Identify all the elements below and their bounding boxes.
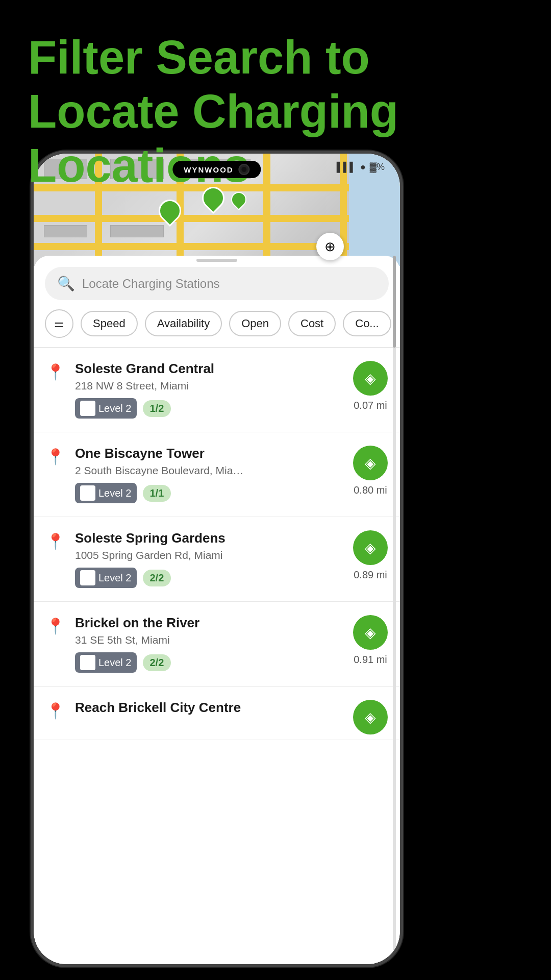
station-info: Brickel on the River 31 SE 5th St, Miami… (70, 615, 353, 673)
directions-button[interactable]: ◈ (353, 446, 388, 480)
station-address: 1005 Spring Garden Rd, Miami (75, 549, 353, 561)
level-text: Level 2 (98, 487, 132, 499)
svg-text:L2: L2 (83, 491, 89, 496)
map-pin-2 (202, 187, 224, 213)
station-info: Soleste Spring Gardens 1005 Spring Garde… (70, 530, 353, 588)
phone-screen: ▌▌▌ ● ▓% WYNWOOD ⊕ (34, 154, 400, 964)
location-pin-icon: 📍 (46, 617, 65, 635)
directions-icon: ◈ (365, 540, 376, 556)
content-panel: 🔍 Locate Charging Stations ⚌ Speed Avail… (34, 256, 400, 964)
station-info: Reach Brickell City Centre (70, 700, 353, 719)
station-item[interactable]: 📍 Soleste Grand Central 218 NW 8 Street,… (34, 348, 400, 432)
station-meta: L2 Level 2 1/1 (75, 483, 353, 503)
location-pin-icon: 📍 (46, 532, 65, 550)
map-drag-handle[interactable] (196, 259, 237, 262)
station-name: Reach Brickell City Centre (75, 700, 353, 716)
location-pin-icon: 📍 (46, 448, 65, 465)
location-pin-icon: 📍 (46, 363, 65, 381)
camera-lens (239, 164, 250, 175)
filter-chip-availability[interactable]: Availability (145, 311, 222, 336)
station-meta: L2 Level 2 2/2 (75, 568, 353, 588)
camera-pill: WYNWOOD (172, 161, 261, 178)
level-icon: L2 (80, 401, 95, 416)
directions-icon: ◈ (365, 624, 376, 641)
directions-button[interactable]: ◈ (353, 700, 388, 734)
phone-frame: ▌▌▌ ● ▓% WYNWOOD ⊕ (31, 151, 403, 967)
signal-icon: ▌▌▌ (337, 162, 356, 173)
station-address: 218 NW 8 Street, Miami (75, 380, 353, 392)
station-address: 31 SE 5th St, Miami (75, 634, 353, 646)
scroll-thumb[interactable] (393, 256, 396, 348)
availability-badge: 2/2 (143, 654, 171, 671)
notch-area: WYNWOOD (172, 161, 261, 178)
station-info: One Biscayne Tower 2 South Biscayne Boul… (70, 446, 353, 503)
status-icons: ▌▌▌ ● ▓% (337, 162, 385, 173)
phone-mockup: ▌▌▌ ● ▓% WYNWOOD ⊕ (31, 151, 403, 967)
svg-text:L2: L2 (83, 406, 89, 411)
station-actions: ◈ (353, 700, 388, 734)
level-badge: L2 Level 2 (75, 652, 137, 673)
level-text: Level 2 (98, 657, 132, 669)
level-icon: L2 (80, 570, 95, 585)
station-name: Brickel on the River (75, 615, 353, 631)
search-bar[interactable]: 🔍 Locate Charging Stations (45, 267, 389, 300)
station-item[interactable]: 📍 One Biscayne Tower 2 South Biscayne Bo… (34, 432, 400, 517)
directions-button[interactable]: ◈ (353, 361, 388, 396)
station-meta: L2 Level 2 2/2 (75, 652, 353, 673)
search-container: 🔍 Locate Charging Stations (34, 256, 400, 300)
filter-chip-more[interactable]: Co... (343, 311, 391, 336)
filter-chip-cost[interactable]: Cost (288, 311, 336, 336)
level-badge: L2 Level 2 (75, 568, 137, 588)
map-pin-1 (159, 200, 181, 226)
distance-text: 0.89 mi (354, 569, 387, 581)
station-info: Soleste Grand Central 218 NW 8 Street, M… (70, 361, 353, 419)
battery-icon: ▓% (370, 162, 385, 173)
station-meta: L2 Level 2 1/2 (75, 398, 353, 419)
station-name: Soleste Spring Gardens (75, 530, 353, 546)
availability-badge: 1/2 (143, 400, 171, 417)
svg-text:L2: L2 (83, 660, 89, 666)
filter-settings-button[interactable]: ⚌ (45, 309, 73, 338)
directions-icon: ◈ (365, 455, 376, 472)
station-address: 2 South Biscayne Boulevard, Mia… (75, 464, 353, 477)
availability-badge: 1/1 (143, 485, 171, 502)
map-pin-3 (228, 192, 250, 218)
station-list: 📍 Soleste Grand Central 218 NW 8 Street,… (34, 348, 400, 740)
distance-text: 0.91 mi (354, 654, 387, 666)
carrier-text: WYNWOOD (184, 165, 233, 174)
filter-chip-open[interactable]: Open (229, 311, 281, 336)
station-actions: ◈ 0.80 mi (353, 446, 388, 496)
level-icon: L2 (80, 655, 95, 670)
distance-text: 0.80 mi (354, 484, 387, 496)
location-icon: ⊕ (324, 239, 336, 255)
map-area: ▌▌▌ ● ▓% WYNWOOD ⊕ (34, 154, 400, 266)
location-button[interactable]: ⊕ (316, 233, 344, 260)
availability-badge: 2/2 (143, 570, 171, 586)
scroll-track (393, 256, 396, 964)
directions-icon: ◈ (365, 370, 376, 387)
filter-chip-speed[interactable]: Speed (81, 311, 138, 336)
location-pin-icon: 📍 (46, 702, 65, 720)
station-item[interactable]: 📍 Brickel on the River 31 SE 5th St, Mia… (34, 602, 400, 687)
level-badge: L2 Level 2 (75, 398, 137, 419)
station-actions: ◈ 0.91 mi (353, 615, 388, 666)
wifi-icon: ● (360, 162, 366, 173)
station-name: One Biscayne Tower (75, 446, 353, 461)
level-text: Level 2 (98, 572, 132, 584)
directions-button[interactable]: ◈ (353, 530, 388, 565)
station-item[interactable]: 📍 Reach Brickell City Centre ◈ (34, 687, 400, 740)
level-badge: L2 Level 2 (75, 483, 137, 503)
station-actions: ◈ 0.07 mi (353, 361, 388, 411)
filter-row: ⚌ Speed Availability Open Cost Co... (34, 300, 400, 347)
station-name: Soleste Grand Central (75, 361, 353, 377)
directions-icon: ◈ (365, 709, 376, 726)
filter-icon: ⚌ (54, 317, 64, 330)
station-actions: ◈ 0.89 mi (353, 530, 388, 581)
search-icon: 🔍 (57, 275, 75, 292)
station-item[interactable]: 📍 Soleste Spring Gardens 1005 Spring Gar… (34, 517, 400, 602)
distance-text: 0.07 mi (354, 400, 387, 411)
level-text: Level 2 (98, 403, 132, 414)
search-input[interactable]: Locate Charging Stations (82, 277, 377, 291)
directions-button[interactable]: ◈ (353, 615, 388, 650)
level-icon: L2 (80, 485, 95, 501)
